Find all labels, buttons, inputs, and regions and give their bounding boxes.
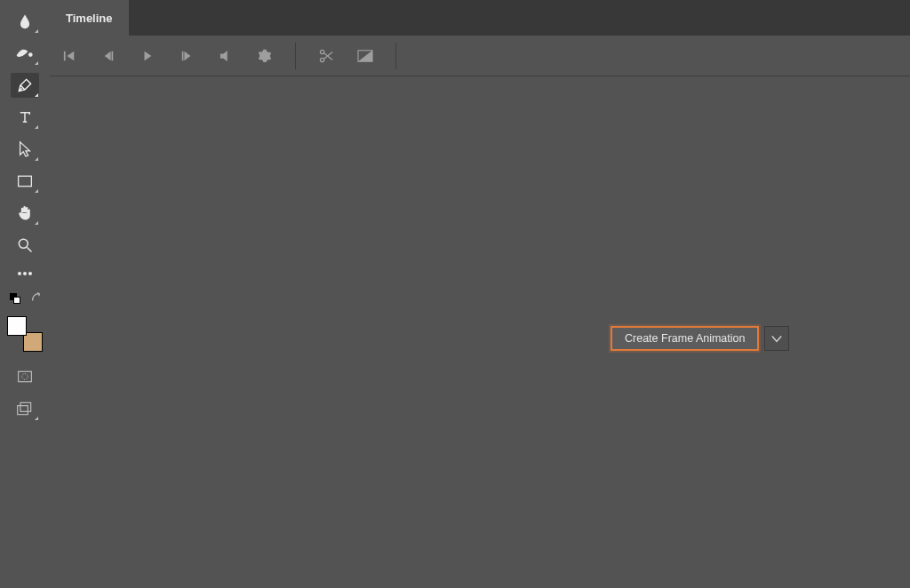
svg-marker-24 — [358, 50, 372, 60]
first-frame-icon — [63, 50, 76, 62]
screen-mode-icon — [16, 401, 34, 417]
svg-line-22 — [323, 52, 332, 59]
create-timeline-dropdown[interactable] — [764, 326, 789, 351]
split-clip-button[interactable] — [317, 47, 335, 65]
gear-icon — [258, 49, 272, 63]
mute-icon — [219, 50, 233, 62]
foreground-swatch[interactable] — [7, 316, 27, 336]
transition-icon — [357, 49, 373, 63]
svg-rect-1 — [19, 176, 32, 186]
svg-point-0 — [28, 52, 33, 57]
toolbar-separator — [295, 43, 296, 69]
svg-marker-18 — [220, 50, 228, 60]
next-frame-button[interactable] — [178, 47, 196, 65]
svg-point-6 — [28, 272, 32, 275]
svg-point-8 — [22, 374, 28, 380]
svg-point-5 — [23, 272, 27, 275]
svg-marker-17 — [184, 51, 190, 60]
panel-tab-bar: Timeline — [50, 0, 910, 36]
svg-point-4 — [18, 272, 21, 275]
timeline-content-area: Create Frame Animation — [50, 76, 910, 588]
pen-tool[interactable] — [11, 73, 39, 98]
zoom-tool[interactable] — [11, 233, 39, 258]
hand-tool[interactable] — [11, 201, 39, 226]
rectangle-icon — [17, 174, 33, 188]
timeline-toolbar — [50, 36, 910, 76]
pen-icon — [16, 76, 34, 94]
svg-marker-15 — [145, 51, 152, 60]
quick-mask-icon — [17, 369, 33, 384]
color-controls — [7, 291, 43, 306]
hand-icon — [16, 204, 34, 222]
magnifier-icon — [16, 236, 34, 254]
color-swatches[interactable] — [7, 316, 43, 352]
svg-rect-9 — [20, 402, 31, 411]
svg-rect-7 — [19, 371, 32, 381]
drop-icon — [16, 12, 34, 30]
create-frame-animation-button[interactable]: Create Frame Animation — [611, 326, 759, 351]
timeline-settings-button[interactable] — [256, 47, 274, 65]
transition-button[interactable] — [356, 47, 374, 65]
tab-label: Timeline — [66, 12, 113, 25]
previous-frame-button[interactable] — [100, 47, 117, 65]
swap-colors-icon[interactable] — [30, 291, 43, 304]
mute-button[interactable] — [217, 47, 235, 65]
path-select-tool[interactable] — [11, 137, 39, 162]
svg-line-3 — [28, 248, 32, 252]
play-button[interactable] — [139, 47, 156, 65]
svg-line-21 — [323, 52, 332, 60]
quick-mask[interactable] — [11, 364, 39, 389]
smudge-icon — [15, 45, 35, 61]
chevron-down-icon — [770, 333, 783, 344]
svg-marker-13 — [105, 51, 111, 60]
svg-point-2 — [19, 239, 28, 248]
svg-rect-11 — [64, 51, 66, 60]
blur-tool[interactable] — [11, 9, 39, 34]
type-icon — [17, 109, 33, 125]
toolbar-separator — [395, 43, 396, 69]
svg-rect-16 — [182, 51, 184, 60]
play-icon — [141, 50, 154, 62]
scissors-icon — [318, 49, 334, 63]
cursor-icon — [17, 140, 33, 158]
create-frame-animation-label: Create Frame Animation — [625, 332, 745, 345]
rectangle-tool[interactable] — [11, 169, 39, 194]
tab-timeline[interactable]: Timeline — [50, 0, 129, 36]
go-to-first-frame-button[interactable] — [60, 47, 78, 65]
screen-mode[interactable] — [11, 396, 39, 421]
svg-marker-12 — [67, 51, 74, 60]
prev-frame-icon — [102, 50, 115, 62]
smudge-tool[interactable] — [11, 41, 39, 66]
more-tools[interactable] — [11, 265, 39, 282]
timeline-panel: Timeline — [50, 0, 910, 588]
type-tool[interactable] — [11, 105, 39, 130]
default-colors[interactable] — [10, 293, 20, 304]
svg-rect-14 — [112, 51, 114, 60]
next-frame-icon — [180, 50, 193, 62]
create-timeline-controls: Create Frame Animation — [611, 326, 789, 351]
ellipsis-icon — [17, 271, 33, 276]
svg-rect-10 — [18, 406, 28, 415]
tool-strip — [0, 0, 50, 588]
